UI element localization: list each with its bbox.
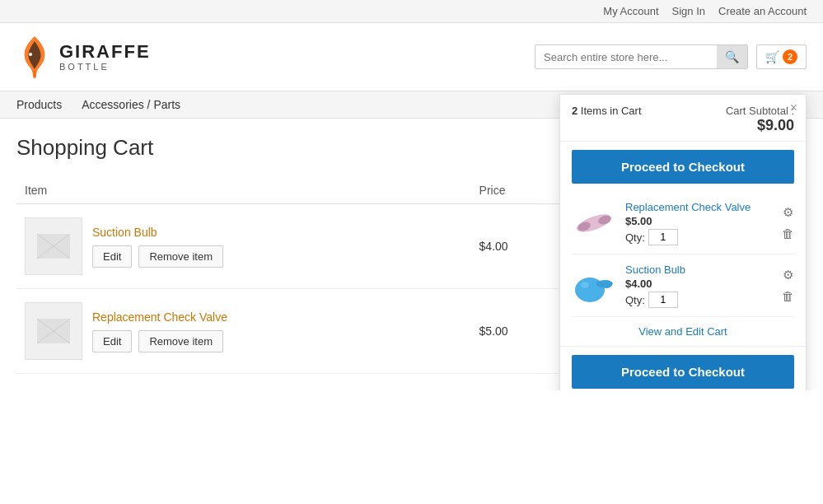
- popup-item-image-2: [572, 263, 617, 308]
- cart-popup-header: 2 Items in Cart Cart Subtotal : $9.00 ×: [560, 95, 806, 142]
- price-cell-2: $5.00: [471, 289, 565, 374]
- checkout-button-bottom[interactable]: Proceed to Checkout: [572, 355, 794, 389]
- row-actions-2: Edit Remove item: [92, 330, 227, 352]
- subtotal-area: Cart Subtotal : $9.00: [726, 105, 794, 134]
- logo-sub: BOTTLE: [59, 62, 151, 72]
- col-header-item: Item: [16, 177, 471, 204]
- popup-item: Replacement Check Valve $5.00 Qty: ⚙ 🗑: [572, 192, 794, 254]
- popup-item-qty-1: Qty:: [625, 229, 770, 245]
- logo[interactable]: GIRAFFE BOTTLE: [16, 35, 151, 79]
- popup-item-name-1[interactable]: Replacement Check Valve: [625, 201, 751, 213]
- search-box: 🔍: [535, 44, 748, 69]
- my-account-link[interactable]: My Account: [603, 5, 658, 17]
- sign-in-link[interactable]: Sign In: [672, 5, 705, 17]
- header: GIRAFFE BOTTLE 🔍 🛒 2 2 Items in Cart Car…: [0, 23, 823, 91]
- view-edit-cart-link[interactable]: View and Edit Cart: [560, 317, 806, 347]
- qty-input-2[interactable]: [648, 292, 678, 308]
- qty-label-1: Qty:: [625, 231, 645, 244]
- svg-point-6: [581, 282, 589, 288]
- search-input[interactable]: [535, 46, 717, 68]
- checkout-button-top[interactable]: Proceed to Checkout: [572, 150, 794, 184]
- popup-item-actions-1: ⚙ 🗑: [779, 200, 794, 245]
- subtotal-label: Cart Subtotal :: [726, 105, 794, 117]
- item-cell-2: Replacement Check Valve Edit Remove item: [16, 289, 471, 374]
- edit-row-1-button[interactable]: Edit: [92, 245, 132, 268]
- edit-row-2-button[interactable]: Edit: [92, 330, 132, 352]
- logo-text: GIRAFFE: [59, 42, 151, 62]
- svg-point-0: [29, 53, 32, 56]
- popup-item-name-2[interactable]: Suction Bulb: [625, 264, 685, 276]
- create-account-link[interactable]: Create an Account: [718, 5, 807, 17]
- cart-button[interactable]: 🛒 2: [756, 44, 807, 69]
- suction-bulb-icon: [572, 265, 617, 306]
- popup-item-details-2: Suction Bulb $4.00 Qty:: [625, 263, 770, 308]
- top-bar: My Account Sign In Create an Account: [0, 0, 823, 23]
- check-valve-icon: [572, 207, 617, 240]
- popup-item-price-2: $4.00: [625, 278, 770, 290]
- popup-item-2: Suction Bulb $4.00 Qty: ⚙ 🗑: [572, 254, 794, 317]
- qty-label-2: Qty:: [625, 294, 645, 306]
- items-count: 2 Items in Cart: [572, 105, 642, 117]
- delete-item-2-button[interactable]: 🗑: [782, 289, 794, 303]
- price-cell-1: $4.00: [471, 204, 565, 289]
- item-name-2: Replacement Check Valve: [92, 310, 227, 324]
- popup-item-actions-2: ⚙ 🗑: [779, 263, 794, 308]
- item-image-2: [25, 302, 82, 360]
- subtotal-amount: $9.00: [726, 117, 794, 134]
- popup-items: Replacement Check Valve $5.00 Qty: ⚙ 🗑: [560, 192, 806, 317]
- delete-item-1-button[interactable]: 🗑: [782, 226, 794, 240]
- search-button[interactable]: 🔍: [717, 45, 747, 68]
- edit-item-2-button[interactable]: ⚙: [782, 268, 794, 282]
- col-header-price: Price: [471, 177, 565, 204]
- item-name-1: Suction Bulb: [92, 226, 223, 239]
- popup-item-price-1: $5.00: [625, 215, 770, 227]
- items-count-number: 2: [572, 105, 578, 117]
- nav-products[interactable]: Products: [16, 98, 62, 111]
- logo-icon: [16, 35, 53, 79]
- remove-row-1-button[interactable]: Remove item: [138, 245, 223, 268]
- row-actions-1: Edit Remove item: [92, 245, 223, 268]
- item-image-1: [25, 217, 82, 275]
- svg-point-2: [575, 210, 614, 235]
- popup-item-details-1: Replacement Check Valve $5.00 Qty:: [625, 200, 770, 245]
- remove-row-2-button[interactable]: Remove item: [138, 330, 223, 352]
- item-cell-1: Suction Bulb Edit Remove item: [16, 204, 471, 289]
- cart-icon: 🛒: [765, 50, 779, 63]
- cart-popup: 2 Items in Cart Cart Subtotal : $9.00 × …: [559, 94, 807, 390]
- qty-input-1[interactable]: [648, 229, 678, 245]
- items-count-label: Items in Cart: [581, 105, 642, 117]
- close-popup-button[interactable]: ×: [790, 101, 797, 114]
- nav-accessories-parts[interactable]: Accessories / Parts: [82, 98, 180, 111]
- popup-item-image-1: [572, 200, 617, 245]
- edit-item-1-button[interactable]: ⚙: [782, 205, 794, 220]
- header-right: 🔍 🛒 2 2 Items in Cart Cart Subtotal : $9…: [535, 44, 807, 69]
- popup-item-qty-2: Qty:: [625, 292, 770, 308]
- cart-badge: 2: [783, 49, 797, 64]
